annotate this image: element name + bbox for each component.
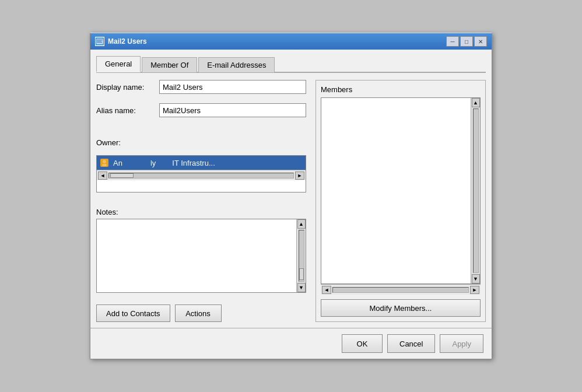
scroll-left-btn[interactable]: ◄ — [98, 172, 107, 180]
window-footer: OK Cancel Apply — [90, 328, 492, 359]
display-name-label: Display name: — [96, 83, 155, 92]
notes-scroll-v-thumb — [299, 268, 304, 280]
members-scrollbar-h: ◄ ► — [321, 284, 481, 295]
svg-rect-2 — [97, 40, 103, 40]
maximize-button[interactable]: □ — [460, 36, 473, 47]
scroll-right-btn[interactable]: ► — [295, 172, 304, 180]
alias-name-row: Alias name: — [96, 103, 306, 117]
owner-scrollbar-h: ◄ ► — [97, 170, 306, 180]
members-scrollbar-v: ▲ ▼ — [471, 98, 480, 284]
minimize-button[interactable]: ─ — [446, 36, 459, 47]
window-icon — [95, 37, 104, 46]
members-group: Members ▲ ▼ ◄ ► — [315, 80, 486, 322]
notes-scroll-up-btn[interactable]: ▲ — [297, 219, 306, 229]
owner-col3: IT Infrastru... — [172, 159, 215, 167]
members-scroll-right-btn[interactable]: ► — [470, 286, 479, 294]
notes-scrollbar-v: ▲ ▼ — [296, 219, 306, 292]
title-bar-left: Mail2 Users — [95, 37, 147, 46]
tab-bar: General Member Of E-mail Addresses — [96, 55, 486, 73]
add-to-contacts-button[interactable]: Add to Contacts — [96, 304, 170, 322]
close-button[interactable]: ✕ — [474, 36, 487, 47]
display-name-input[interactable] — [159, 80, 306, 94]
title-bar: Mail2 Users ─ □ ✕ — [90, 33, 492, 50]
left-panel: Display name: Alias name: Owner: — [96, 80, 306, 322]
owner-name: An — [113, 159, 122, 167]
tab-general[interactable]: General — [96, 56, 141, 72]
svg-rect-3 — [97, 41, 101, 41]
owner-icon — [100, 159, 108, 167]
notes-scroll-v-track — [299, 230, 304, 282]
tab-member-of[interactable]: Member Of — [142, 57, 197, 72]
tab-email-addresses[interactable]: E-mail Addresses — [198, 57, 275, 72]
notes-scroll-down-btn[interactable]: ▼ — [297, 283, 306, 292]
notes-section: Notes: ▲ ▼ — [96, 208, 306, 293]
svg-rect-6 — [102, 164, 107, 166]
cancel-button[interactable]: Cancel — [387, 334, 435, 353]
svg-rect-4 — [97, 42, 102, 43]
members-list: ▲ ▼ — [321, 97, 481, 284]
bottom-buttons: Add to Contacts Actions — [96, 304, 306, 322]
modify-members-button[interactable]: Modify Members... — [321, 299, 481, 317]
window-title: Mail2 Users — [108, 37, 147, 46]
members-scroll-down-btn[interactable]: ▼ — [472, 274, 480, 284]
display-name-row: Display name: — [96, 80, 306, 94]
members-title: Members — [321, 85, 481, 94]
alias-name-input[interactable] — [159, 103, 306, 117]
members-scroll-up-btn[interactable]: ▲ — [472, 98, 480, 107]
owner-list: An ly IT Infrastru... ◄ ► — [96, 155, 306, 192]
scroll-thumb-h — [110, 173, 134, 178]
owner-col2: ly — [150, 159, 156, 167]
apply-button[interactable]: Apply — [440, 334, 483, 353]
window-content: General Member Of E-mail Addresses Displ… — [90, 50, 492, 328]
owner-row[interactable]: An ly IT Infrastru... — [97, 156, 306, 170]
owner-label: Owner: — [96, 138, 306, 147]
ok-button[interactable]: OK — [342, 334, 383, 353]
main-area: Display name: Alias name: Owner: — [96, 80, 486, 322]
notes-label: Notes: — [96, 208, 306, 216]
alias-name-label: Alias name: — [96, 106, 155, 115]
scroll-track-h — [108, 173, 294, 178]
right-panel: Members ▲ ▼ ◄ ► — [315, 80, 486, 322]
actions-button[interactable]: Actions — [175, 304, 222, 322]
main-window: Mail2 Users ─ □ ✕ General Member Of E-ma… — [90, 33, 492, 359]
svg-point-5 — [103, 160, 106, 163]
notes-textarea-wrap: ▲ ▼ — [96, 219, 306, 293]
members-scroll-track-h — [332, 287, 469, 293]
members-scroll-left-btn[interactable]: ◄ — [322, 286, 331, 294]
title-buttons: ─ □ ✕ — [446, 36, 487, 47]
members-scroll-v-track — [473, 108, 479, 273]
notes-textarea[interactable] — [97, 219, 296, 292]
